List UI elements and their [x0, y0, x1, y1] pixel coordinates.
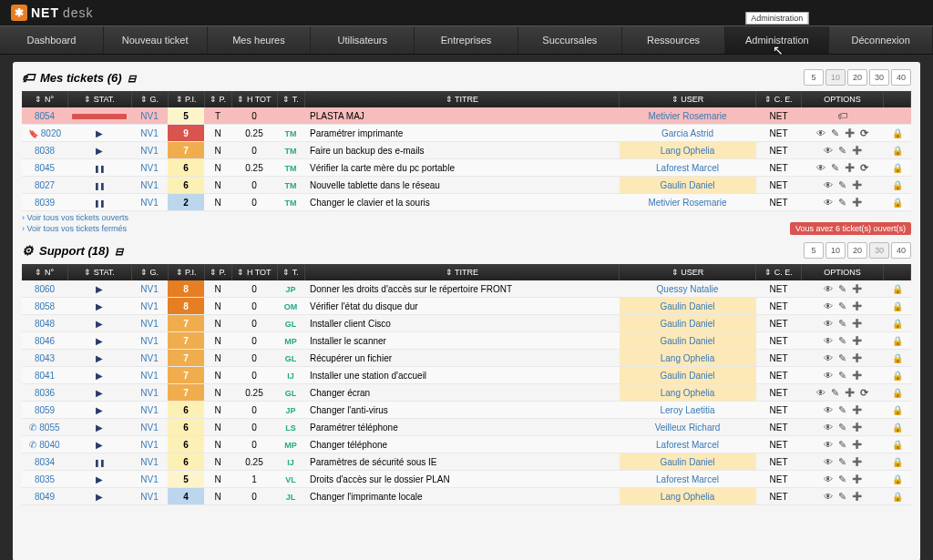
- user-link[interactable]: Gaulin Daniel: [620, 367, 756, 384]
- plus-icon[interactable]: [851, 144, 864, 157]
- user-link[interactable]: Lang Ophelia: [620, 142, 756, 159]
- edit-icon[interactable]: [829, 386, 842, 399]
- pause-icon[interactable]: [94, 163, 105, 173]
- lock-icon[interactable]: [891, 455, 904, 468]
- ticket-number[interactable]: 8060: [35, 284, 55, 294]
- lock-icon[interactable]: [891, 127, 904, 139]
- ticket-number[interactable]: 8048: [35, 319, 55, 329]
- type-link[interactable]: MP: [284, 337, 297, 346]
- col-header[interactable]: ⇕ G.: [131, 264, 168, 280]
- play-icon[interactable]: [96, 146, 103, 156]
- col-header[interactable]: ⇕ P.I.: [168, 91, 204, 107]
- edit-icon[interactable]: [836, 455, 849, 468]
- ticket-number[interactable]: 8045: [35, 163, 55, 173]
- group-link[interactable]: NV1: [140, 180, 158, 190]
- pause-icon[interactable]: [94, 198, 105, 208]
- group-link[interactable]: NV1: [140, 336, 158, 346]
- play-icon[interactable]: [96, 405, 103, 415]
- plus-icon[interactable]: [844, 386, 856, 399]
- plus-icon[interactable]: [851, 490, 864, 503]
- type-link[interactable]: JP: [285, 406, 295, 415]
- group-link[interactable]: NV1: [140, 474, 158, 484]
- type-link[interactable]: JL: [286, 493, 296, 502]
- type-link[interactable]: IJ: [287, 458, 294, 467]
- lock-icon[interactable]: [891, 421, 904, 433]
- nav-déconnexion[interactable]: Déconnexion: [829, 26, 933, 54]
- play-icon[interactable]: [96, 336, 103, 346]
- col-header[interactable]: ⇕ G.: [131, 91, 168, 107]
- type-link[interactable]: TM: [285, 164, 297, 173]
- link-open-tickets[interactable]: › Voir tous vos tickets ouverts: [22, 213, 911, 222]
- play-icon[interactable]: [96, 440, 103, 450]
- col-header[interactable]: ⇕ USER: [620, 264, 756, 280]
- plus-icon[interactable]: [851, 178, 864, 191]
- col-header[interactable]: ⇕ P.: [204, 264, 231, 280]
- nav-utilisateurs[interactable]: Utilisateurs: [311, 26, 415, 54]
- ticket-number[interactable]: 8040: [39, 440, 59, 450]
- plus-icon[interactable]: [851, 351, 864, 364]
- eye-icon[interactable]: [822, 490, 835, 503]
- eye-icon[interactable]: [822, 317, 835, 330]
- ticket-number[interactable]: 8055: [39, 423, 59, 433]
- tag-icon[interactable]: [836, 109, 849, 122]
- plus-icon[interactable]: [851, 334, 864, 347]
- ticket-number[interactable]: 8035: [35, 474, 55, 484]
- group-link[interactable]: NV1: [140, 440, 158, 450]
- plus-icon[interactable]: [851, 282, 864, 295]
- edit-icon[interactable]: [836, 369, 849, 382]
- lock-icon[interactable]: [891, 473, 904, 485]
- type-link[interactable]: OM: [284, 302, 298, 311]
- lock-icon[interactable]: [891, 144, 904, 157]
- plus-icon[interactable]: [851, 196, 864, 209]
- edit-icon[interactable]: [836, 334, 849, 347]
- pager-10[interactable]: 10: [825, 69, 846, 86]
- group-link[interactable]: NV1: [140, 388, 158, 398]
- edit-icon[interactable]: [836, 490, 849, 503]
- ticket-number[interactable]: 8036: [35, 388, 55, 398]
- pager-40[interactable]: 40: [891, 242, 911, 259]
- col-header[interactable]: [884, 91, 911, 107]
- user-link[interactable]: Gaulin Daniel: [620, 177, 756, 194]
- play-icon[interactable]: [96, 353, 103, 363]
- refresh-icon[interactable]: [858, 386, 871, 399]
- type-link[interactable]: VL: [285, 475, 296, 484]
- eye-icon[interactable]: [822, 369, 835, 382]
- plus-icon[interactable]: [851, 421, 864, 433]
- col-header[interactable]: ⇕ N°: [22, 264, 67, 280]
- user-link[interactable]: Lang Ophelia: [620, 384, 756, 402]
- lock-icon[interactable]: [891, 438, 904, 451]
- col-header[interactable]: ⇕ H TOT: [231, 264, 277, 280]
- edit-icon[interactable]: [836, 317, 849, 330]
- lock-icon[interactable]: [891, 351, 904, 364]
- eye-icon[interactable]: [822, 178, 835, 191]
- ticket-number[interactable]: 8058: [35, 301, 55, 311]
- col-header[interactable]: ⇕ N°: [22, 91, 67, 107]
- group-link[interactable]: NV1: [140, 284, 158, 294]
- type-link[interactable]: LS: [285, 423, 296, 433]
- user-link[interactable]: Laforest Marcel: [620, 471, 756, 488]
- edit-icon[interactable]: [836, 351, 849, 364]
- eye-icon[interactable]: [822, 473, 835, 485]
- group-link[interactable]: NV1: [140, 353, 158, 363]
- group-link[interactable]: NV1: [140, 146, 158, 156]
- eye-icon[interactable]: [822, 455, 835, 468]
- edit-icon[interactable]: [836, 178, 849, 191]
- user-link[interactable]: Lang Ophelia: [620, 350, 756, 367]
- pager-40[interactable]: 40: [891, 69, 911, 86]
- pause-icon[interactable]: [94, 180, 105, 190]
- group-link[interactable]: NV1: [140, 163, 158, 173]
- user-link[interactable]: Garcia Astrid: [620, 125, 756, 142]
- pager-5[interactable]: 5: [804, 69, 824, 86]
- type-link[interactable]: GL: [285, 320, 297, 329]
- group-link[interactable]: NV1: [140, 198, 158, 208]
- eye-icon[interactable]: [822, 351, 835, 364]
- group-link[interactable]: NV1: [140, 405, 158, 415]
- eye-icon[interactable]: [822, 421, 835, 433]
- type-link[interactable]: TM: [285, 181, 297, 190]
- nav-dashboard[interactable]: Dashboard: [0, 26, 104, 54]
- nav-succursales[interactable]: Succursales: [518, 26, 622, 54]
- user-link[interactable]: Gaulin Daniel: [620, 315, 756, 332]
- ticket-number[interactable]: 8049: [35, 492, 55, 502]
- user-link[interactable]: Laforest Marcel: [620, 436, 756, 453]
- link-closed-tickets[interactable]: › Voir tous vos tickets fermés: [22, 224, 911, 233]
